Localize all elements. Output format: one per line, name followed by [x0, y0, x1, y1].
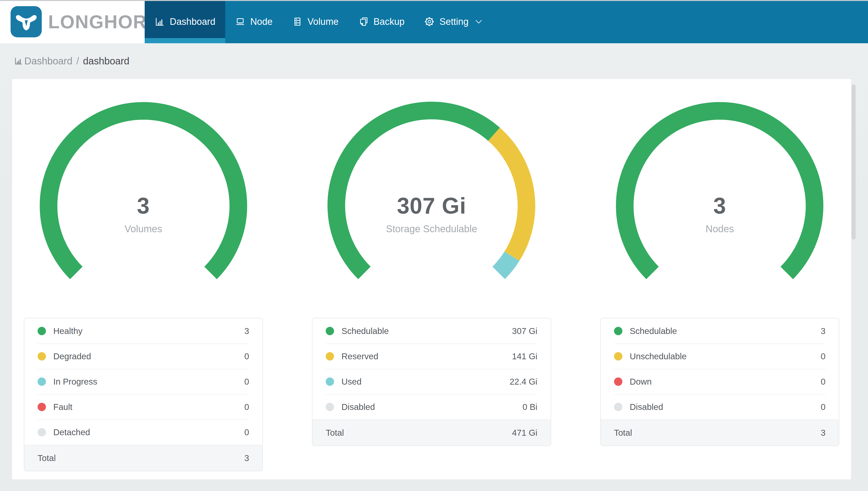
table-row: Disabled 0 — [601, 394, 839, 420]
gauge-label: Volumes — [30, 223, 256, 234]
total-label: Total — [38, 453, 56, 463]
nav-item-setting[interactable]: Setting — [414, 0, 492, 43]
laptop-icon — [235, 17, 245, 27]
gauge-label: Nodes — [607, 223, 833, 234]
row-label: Reserved — [341, 351, 378, 361]
status-dot-used — [326, 377, 334, 386]
table-row: Degraded 0 — [24, 344, 262, 369]
row-value: 22.4 Gi — [510, 377, 537, 386]
row-label: In Progress — [53, 377, 97, 386]
table-row: Schedulable 3 — [601, 318, 839, 344]
window-top-edge — [0, 0, 868, 1]
status-dot-detached — [38, 428, 46, 436]
status-dot-fault — [38, 403, 46, 411]
row-value: 0 — [244, 402, 249, 412]
brand-logo[interactable]: LONGHORN — [0, 0, 145, 43]
row-label: Fault — [53, 402, 72, 412]
table-total-row: Total 471 Gi — [312, 420, 551, 445]
bar-chart-icon — [154, 17, 165, 27]
main-menu: Dashboard Node — [145, 0, 868, 43]
chevron-down-icon — [475, 20, 483, 24]
status-dot-healthy — [38, 327, 46, 335]
table-row: Disabled 0 Bi — [312, 394, 551, 420]
gauge-value: 3 — [30, 193, 256, 219]
storage-legend-table: Schedulable 307 Gi Reserved 141 Gi Used … — [312, 318, 551, 446]
status-dot-inprogress — [38, 377, 46, 386]
total-value: 471 Gi — [512, 428, 537, 438]
row-value: 0 — [244, 427, 249, 437]
scrollbar-thumb[interactable] — [852, 85, 856, 239]
nav-item-dashboard[interactable]: Dashboard — [145, 0, 225, 43]
status-dot-schedulable — [326, 327, 334, 335]
gauge-label: Storage Schedulable — [318, 223, 545, 234]
table-row: Fault 0 — [24, 394, 262, 420]
longhorn-dashboard-page: LONGHORN Dashboard — [0, 0, 868, 491]
status-dot-schedulable — [614, 327, 622, 335]
nodes-panel: 3 Nodes Schedulable 3 Unschedulable 0 Do… — [600, 79, 839, 471]
nav-label: Setting — [439, 17, 468, 27]
table-row: Reserved 141 Gi — [312, 344, 551, 369]
gauge-value: 307 Gi — [318, 193, 545, 219]
status-dot-down — [614, 377, 622, 386]
total-value: 3 — [821, 428, 826, 438]
copy-icon — [358, 17, 369, 27]
row-value: 0 — [244, 351, 249, 361]
table-row: Down 0 — [601, 369, 839, 394]
row-label: Schedulable — [341, 326, 389, 336]
nav-label: Backup — [374, 17, 405, 27]
row-label: Degraded — [53, 351, 91, 361]
row-value: 0 Bi — [522, 402, 537, 412]
total-value: 3 — [244, 453, 249, 463]
table-row: In Progress 0 — [24, 369, 262, 394]
row-value: 307 Gi — [512, 326, 537, 336]
storage-panel: 307 Gi Storage Schedulable Schedulable 3… — [312, 79, 551, 471]
gauge-arc-healthy — [49, 111, 238, 273]
row-label: Healthy — [53, 326, 83, 336]
row-label: Detached — [53, 427, 90, 437]
breadcrumb-separator: / — [76, 56, 79, 66]
total-label: Total — [614, 428, 632, 438]
status-dot-disabled — [326, 403, 334, 411]
row-value: 0 — [821, 351, 826, 361]
row-label: Disabled — [341, 402, 375, 412]
status-dot-unschedulable — [614, 352, 622, 360]
gauge-arc-used — [499, 256, 512, 273]
nav-label: Node — [250, 17, 273, 27]
nav-item-backup[interactable]: Backup — [348, 0, 414, 43]
volumes-panel: 3 Volumes Healthy 3 Degraded 0 In Progre… — [24, 79, 263, 471]
volumes-legend-table: Healthy 3 Degraded 0 In Progress 0 Fault… — [24, 318, 263, 471]
row-label: Unschedulable — [630, 351, 687, 361]
table-row: Used 22.4 Gi — [312, 369, 551, 394]
status-dot-degraded — [38, 352, 46, 360]
nav-label: Volume — [308, 17, 339, 27]
nav-item-volume[interactable]: Volume — [282, 0, 348, 43]
database-icon — [292, 17, 303, 27]
nodes-legend-table: Schedulable 3 Unschedulable 0 Down 0 Dis… — [600, 318, 839, 446]
storage-gauge-chart: 307 Gi Storage Schedulable — [318, 93, 545, 280]
row-value: 3 — [821, 326, 826, 336]
longhorn-bull-icon — [10, 6, 42, 37]
dashboard-card: 3 Volumes Healthy 3 Degraded 0 In Progre… — [12, 79, 851, 480]
nav-item-node[interactable]: Node — [225, 0, 282, 43]
row-label: Disabled — [630, 402, 663, 412]
top-navbar: LONGHORN Dashboard — [0, 0, 868, 43]
gauge-value: 3 — [607, 193, 833, 219]
status-dot-disabled — [614, 403, 622, 411]
table-total-row: Total 3 — [601, 420, 839, 445]
row-value: 0 — [821, 402, 826, 412]
breadcrumb: Dashboard / dashboard — [0, 43, 868, 79]
total-label: Total — [326, 428, 344, 438]
nav-label: Dashboard — [170, 17, 215, 27]
row-value: 0 — [244, 377, 249, 386]
row-value: 141 Gi — [512, 351, 537, 361]
table-row: Healthy 3 — [24, 318, 262, 344]
bar-chart-icon — [14, 57, 23, 65]
table-total-row: Total 3 — [24, 445, 262, 471]
table-row: Unschedulable 0 — [601, 344, 839, 369]
row-value: 3 — [244, 326, 249, 336]
breadcrumb-current: dashboard — [83, 56, 129, 66]
row-label: Used — [341, 377, 362, 386]
status-dot-reserved — [326, 352, 334, 360]
gauge-arc-schedulable — [625, 111, 815, 273]
breadcrumb-root[interactable]: Dashboard — [24, 56, 72, 66]
